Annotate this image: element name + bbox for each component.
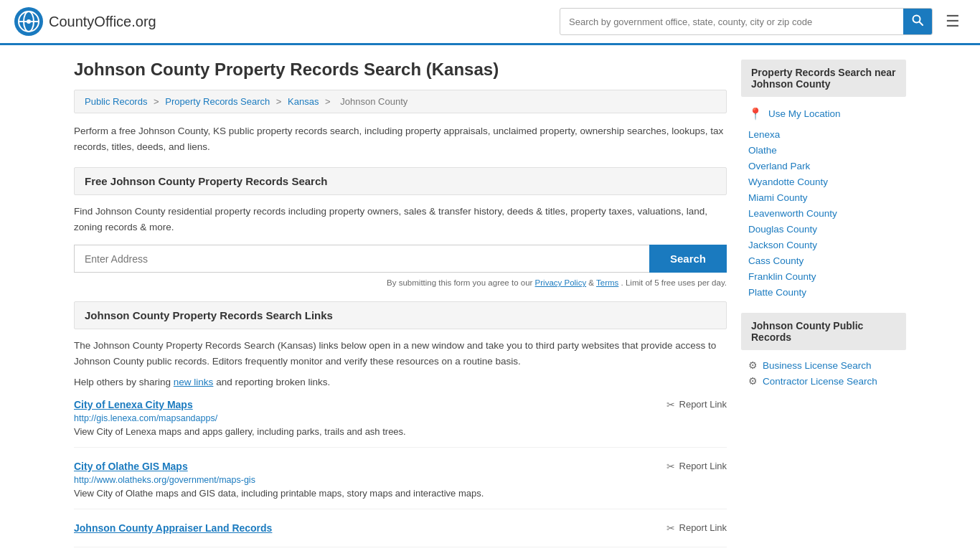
sidebar-link-overland-park[interactable]: Overland Park [748, 161, 810, 171]
record-link-item-1: City of Olathe GIS Maps ✂ Report Link ht… [74, 461, 727, 509]
sidebar-link-leavenworth-county[interactable]: Leavenworth County [748, 208, 837, 219]
free-search-section-header: Free Johnson County Property Records Sea… [74, 167, 727, 195]
sidebar-nearby-section: Property Records Search near Johnson Cou… [741, 60, 906, 300]
list-item: ⚙ Business License Search [748, 357, 899, 373]
breadcrumb: Public Records > Property Records Search… [74, 90, 727, 113]
report-link-button-2[interactable]: ✂ Report Link [666, 522, 727, 534]
location-pin-icon: 📍 [748, 107, 763, 121]
new-links-link[interactable]: new links [174, 377, 214, 387]
list-item: Platte County [748, 284, 899, 300]
report-icon-2: ✂ [666, 522, 675, 534]
gear-icon-0: ⚙ [748, 359, 758, 371]
record-link-title-appraiser[interactable]: Johnson County Appraiser Land Records [74, 522, 272, 534]
gear-icon-1: ⚙ [748, 375, 758, 387]
list-item: Douglas County [748, 221, 899, 237]
sidebar-nearby-list: Lenexa Olathe Overland Park Wyandotte Co… [741, 126, 906, 300]
property-search-button[interactable]: Search [649, 245, 727, 273]
form-disclaimer: By submitting this form you agree to our… [74, 278, 727, 287]
sidebar-link-jackson-county[interactable]: Jackson County [748, 240, 817, 250]
sidebar-link-wyandotte-county[interactable]: Wyandotte County [748, 176, 828, 187]
sidebar-link-business-license-search[interactable]: Business License Search [763, 360, 872, 371]
sidebar: Property Records Search near Johnson Cou… [741, 60, 906, 551]
content-area: Johnson County Property Records Search (… [74, 60, 727, 551]
record-link-url-0: http://gis.lenexa.com/mapsandapps/ [74, 413, 727, 423]
use-my-location-link[interactable]: 📍 Use My Location [741, 104, 906, 126]
search-icon [912, 14, 923, 26]
free-search-description: Find Johnson County residential property… [74, 204, 727, 235]
global-search-bar [560, 8, 933, 35]
list-item: Franklin County [748, 268, 899, 284]
list-item: Leavenworth County [748, 205, 899, 221]
report-icon-0: ✂ [666, 399, 675, 410]
list-item: Wyandotte County [748, 174, 899, 189]
list-item: Lenexa [748, 126, 899, 142]
sidebar-link-platte-county[interactable]: Platte County [748, 287, 806, 298]
logo-area: CountyOffice.org [14, 7, 156, 36]
page-description: Perform a free Johnson County, KS public… [74, 123, 727, 154]
sidebar-link-olathe[interactable]: Olathe [748, 145, 777, 156]
property-search-form: Search [74, 245, 727, 273]
links-section-description: The Johnson County Property Records Sear… [74, 338, 727, 369]
global-search-input[interactable] [560, 11, 903, 33]
record-link-desc-0: View City of Lenexa maps and apps galler… [74, 426, 727, 437]
svg-point-4 [27, 19, 31, 24]
terms-link[interactable]: Terms [596, 278, 618, 287]
breadcrumb-johnson-county: Johnson County [340, 96, 407, 107]
svg-line-6 [920, 22, 923, 26]
address-search-input[interactable] [74, 245, 649, 273]
record-link-title-lenexa-maps[interactable]: City of Lenexa City Maps [74, 399, 193, 410]
record-link-item-2: Johnson County Appraiser Land Records ✂ … [74, 522, 727, 547]
page-title: Johnson County Property Records Search (… [74, 60, 727, 80]
sidebar-link-douglas-county[interactable]: Douglas County [748, 224, 817, 235]
share-links-text: Help others by sharing new links and rep… [74, 377, 727, 387]
list-item: ⚙ Contractor License Search [748, 373, 899, 389]
site-header: CountyOffice.org ☰ [0, 0, 980, 45]
breadcrumb-property-records-search[interactable]: Property Records Search [165, 96, 270, 107]
hamburger-menu-button[interactable]: ☰ [940, 9, 966, 34]
sidebar-public-records-title: Johnson County Public Records [741, 313, 906, 350]
record-link-desc-1: View City of Olathe maps and GIS data, i… [74, 488, 727, 499]
list-item: Miami County [748, 189, 899, 205]
global-search-button[interactable] [903, 9, 932, 34]
breadcrumb-kansas[interactable]: Kansas [288, 96, 319, 107]
links-section-header: Johnson County Property Records Search L… [74, 301, 727, 329]
header-right: ☰ [560, 8, 966, 35]
sidebar-link-lenexa[interactable]: Lenexa [748, 129, 780, 140]
sidebar-link-contractor-license-search[interactable]: Contractor License Search [763, 376, 877, 387]
list-item: Olathe [748, 142, 899, 158]
record-link-item: City of Lenexa City Maps ✂ Report Link h… [74, 399, 727, 448]
main-container: Johnson County Property Records Search (… [60, 45, 920, 551]
sidebar-link-cass-county[interactable]: Cass County [748, 255, 804, 266]
report-link-button-1[interactable]: ✂ Report Link [666, 461, 727, 472]
sidebar-public-records-section: Johnson County Public Records ⚙ Business… [741, 313, 906, 389]
privacy-policy-link[interactable]: Privacy Policy [535, 278, 587, 287]
sidebar-nearby-title: Property Records Search near Johnson Cou… [741, 60, 906, 97]
record-link-title-olathe-gis[interactable]: City of Olathe GIS Maps [74, 461, 188, 472]
sidebar-link-franklin-county[interactable]: Franklin County [748, 271, 816, 282]
logo-text: CountyOffice.org [49, 14, 156, 30]
list-item: Overland Park [748, 158, 899, 174]
breadcrumb-public-records[interactable]: Public Records [85, 96, 147, 107]
sidebar-public-records-list: ⚙ Business License Search ⚙ Contractor L… [741, 357, 906, 389]
report-link-button-0[interactable]: ✂ Report Link [666, 399, 727, 410]
links-section: Johnson County Property Records Search L… [74, 301, 727, 547]
list-item: Jackson County [748, 237, 899, 253]
report-icon-1: ✂ [666, 461, 675, 472]
list-item: Cass County [748, 253, 899, 268]
record-link-url-1: http://www.olatheks.org/government/maps-… [74, 475, 727, 485]
sidebar-link-miami-county[interactable]: Miami County [748, 192, 808, 203]
site-logo-icon [14, 7, 43, 36]
